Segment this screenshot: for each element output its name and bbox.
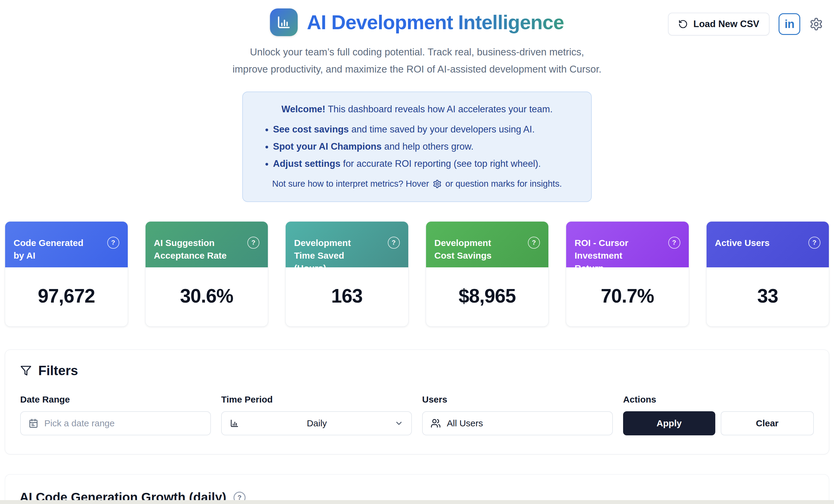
metric-card-roi: ROI - Cursor Investment Return ? 70.7%: [566, 221, 689, 327]
page-title: AI Development Intelligence: [307, 11, 564, 34]
users-label: Users: [422, 394, 613, 405]
metric-card-code-generated: Code Generated by AI ? 97,672: [5, 221, 128, 327]
linkedin-icon: in: [785, 18, 794, 31]
gear-icon: [809, 17, 823, 31]
chart-section: AI Code Generation Growth (daily) ?: [5, 474, 829, 504]
gear-icon: [433, 179, 442, 188]
date-range-placeholder: Pick a date range: [44, 418, 114, 429]
load-new-csv-button[interactable]: Load New CSV: [668, 13, 770, 36]
actions-label: Actions: [623, 394, 814, 405]
metric-card-header: Development Cost Savings ?: [426, 222, 549, 267]
bullet-rest-text: and help others grow.: [382, 141, 474, 152]
bullet-rest-text: and time saved by your developers using …: [349, 124, 535, 135]
metric-card-cost-savings: Development Cost Savings ? $8,965: [426, 221, 549, 327]
dashboard-page: AI Development Intelligence Load New CSV…: [0, 0, 834, 504]
subtitle-line-2: improve productivity, and maximize the R…: [0, 61, 834, 78]
metric-card-value: 30.6%: [146, 267, 268, 326]
metric-card-title: Code Generated by AI: [14, 237, 89, 262]
metric-cards-row: Code Generated by AI ? 97,672 AI Suggest…: [5, 221, 829, 327]
apply-button[interactable]: Apply: [623, 411, 715, 435]
metric-card-active-users: Active Users ? 33: [706, 221, 830, 327]
welcome-bullet: Adjust settings for accurate ROI reporti…: [273, 158, 572, 170]
welcome-bullet-list: See cost savings and time saved by your …: [262, 123, 572, 170]
metric-card-title: ROI - Cursor Investment Return: [575, 237, 651, 275]
help-icon[interactable]: ?: [247, 237, 259, 249]
help-icon[interactable]: ?: [668, 237, 680, 249]
help-icon[interactable]: ?: [388, 237, 400, 249]
header-actions: Load New CSV in: [668, 13, 823, 36]
welcome-note: Not sure how to interpret metrics? Hover…: [262, 179, 572, 189]
welcome-intro: Welcome! This dashboard reveals how AI a…: [262, 103, 572, 116]
welcome-intro-bold: Welcome!: [281, 104, 325, 114]
metric-card-value: 70.7%: [566, 267, 689, 326]
filter-funnel-icon: [20, 365, 31, 376]
filter-actions: Actions Apply Clear: [623, 394, 814, 435]
metric-card-header: Development Time Saved (Hours) ?: [286, 222, 408, 267]
filters-heading: Filters: [20, 363, 814, 378]
date-range-input[interactable]: Pick a date range: [20, 411, 211, 435]
bar-chart-icon: [229, 418, 239, 428]
bar-chart-icon: [276, 15, 292, 30]
metric-card-acceptance-rate: AI Suggestion Acceptance Rate ? 30.6%: [145, 221, 268, 327]
metric-card-value: 97,672: [5, 267, 128, 326]
time-period-select[interactable]: Daily: [221, 411, 412, 435]
users-value: All Users: [447, 418, 483, 429]
bullet-bold-text: See cost savings: [273, 124, 349, 135]
subtitle: Unlock your team’s full coding potential…: [0, 43, 834, 78]
chevron-down-icon: [394, 419, 403, 428]
filter-grid: Date Range Pick a date range Time Period: [20, 394, 814, 435]
metric-card-header: Code Generated by AI ?: [5, 222, 128, 267]
filter-date-range: Date Range Pick a date range: [20, 394, 211, 435]
metric-card-title: Active Users: [715, 237, 770, 249]
app-logo: [270, 8, 298, 36]
filters-title: Filters: [38, 363, 78, 378]
filter-users: Users All Users: [422, 394, 613, 435]
metric-card-time-saved: Development Time Saved (Hours) ? 163: [285, 221, 409, 327]
filter-time-period: Time Period Daily: [221, 394, 412, 435]
metric-card-header: Active Users ?: [706, 222, 829, 267]
load-new-csv-label: Load New CSV: [693, 19, 759, 29]
time-period-label: Time Period: [221, 394, 412, 405]
welcome-note-suffix: or question marks for insights.: [445, 179, 562, 189]
users-icon: [431, 418, 441, 429]
refresh-icon: [678, 19, 688, 29]
metric-card-title: Development Cost Savings: [435, 237, 510, 262]
bullet-bold-text: Adjust settings: [273, 158, 341, 169]
help-icon[interactable]: ?: [528, 237, 540, 249]
welcome-panel: Welcome! This dashboard reveals how AI a…: [242, 92, 592, 202]
filters-panel: Filters Date Range Pick a date range: [5, 349, 829, 454]
bullet-bold-text: Spot your AI Champions: [273, 141, 382, 152]
subtitle-line-1: Unlock your team’s full coding potential…: [0, 43, 834, 61]
bullet-rest-text: for accurate ROI reporting (see top righ…: [341, 158, 541, 169]
clear-button[interactable]: Clear: [721, 411, 814, 435]
linkedin-button[interactable]: in: [778, 13, 800, 35]
calendar-icon: [29, 418, 38, 428]
metric-card-title: Development Time Saved (Hours): [294, 237, 370, 275]
bottom-strip: [0, 500, 834, 504]
time-period-value: Daily: [239, 418, 394, 429]
metric-card-header: ROI - Cursor Investment Return ?: [566, 222, 689, 267]
welcome-bullet: See cost savings and time saved by your …: [273, 123, 572, 136]
settings-button[interactable]: [809, 17, 823, 31]
users-select[interactable]: All Users: [422, 411, 613, 435]
actions-row: Apply Clear: [623, 411, 814, 435]
date-range-label: Date Range: [20, 394, 211, 405]
help-icon[interactable]: ?: [107, 237, 119, 249]
welcome-intro-rest: This dashboard reveals how AI accelerate…: [325, 104, 553, 114]
welcome-note-prefix: Not sure how to interpret metrics? Hover: [272, 179, 429, 189]
help-icon[interactable]: ?: [808, 237, 820, 249]
metric-card-value: 33: [706, 267, 829, 326]
metric-card-value: 163: [286, 267, 408, 326]
metric-card-header: AI Suggestion Acceptance Rate ?: [146, 222, 268, 267]
metric-card-value: $8,965: [426, 267, 549, 326]
metric-card-title: AI Suggestion Acceptance Rate: [154, 237, 230, 262]
welcome-bullet: Spot your AI Champions and help others g…: [273, 141, 572, 153]
